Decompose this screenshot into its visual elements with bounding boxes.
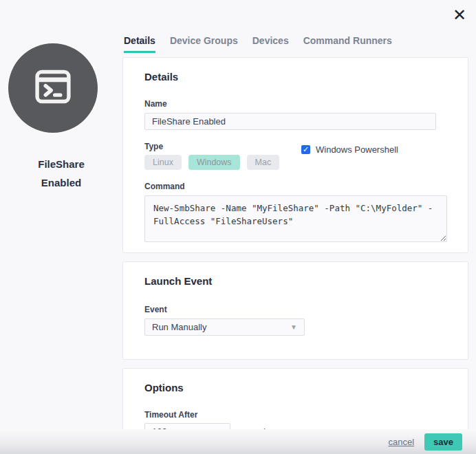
type-option-windows[interactable]: Windows — [188, 155, 240, 170]
footer-bar: cancel save — [0, 429, 476, 454]
chevron-down-icon: ▼ — [290, 323, 297, 331]
close-icon[interactable]: ✕ — [453, 7, 466, 23]
tab-details[interactable]: Details — [124, 35, 155, 53]
tab-command-runners[interactable]: Command Runners — [303, 35, 392, 53]
checkbox-checked-icon[interactable]: ✓ — [301, 145, 310, 154]
terminal-window-icon — [30, 65, 76, 111]
details-card: Details Name Type Linux Windows Mac ✓ Wi… — [122, 57, 468, 253]
powershell-checkbox-row[interactable]: ✓ Windows Powershell — [301, 144, 398, 155]
tab-devices[interactable]: Devices — [252, 35, 289, 53]
page-title: FileShare Enabled — [0, 155, 122, 192]
page-title-line1: FileShare — [0, 155, 122, 173]
command-textarea[interactable]: New-SmbShare -Name "MyFileShare" -Path "… — [144, 195, 447, 242]
type-selector: Linux Windows Mac — [144, 155, 446, 170]
type-option-mac[interactable]: Mac — [247, 155, 280, 170]
details-card-title: Details — [144, 71, 446, 83]
avatar — [8, 43, 98, 133]
event-label: Event — [144, 305, 446, 314]
event-select-value: Run Manually — [152, 322, 207, 332]
cancel-link[interactable]: cancel — [389, 437, 415, 447]
timeout-label: Timeout After — [144, 410, 446, 420]
save-button[interactable]: save — [424, 433, 462, 451]
name-label: Name — [144, 99, 446, 109]
event-select[interactable]: Run Manually ▼ — [144, 318, 305, 336]
powershell-checkbox-label: Windows Powershell — [316, 144, 398, 155]
options-card-title: Options — [144, 382, 446, 393]
type-label: Type — [144, 142, 446, 151]
tab-bar: Details Device Groups Devices Command Ru… — [124, 35, 392, 53]
type-option-linux[interactable]: Linux — [144, 155, 182, 170]
page-title-line2: Enabled — [0, 173, 122, 192]
launch-event-card: Launch Event Event Run Manually ▼ — [122, 261, 468, 360]
tab-device-groups[interactable]: Device Groups — [170, 35, 238, 53]
name-input[interactable] — [144, 113, 436, 130]
command-label: Command — [144, 182, 446, 191]
launch-event-card-title: Launch Event — [144, 275, 446, 287]
